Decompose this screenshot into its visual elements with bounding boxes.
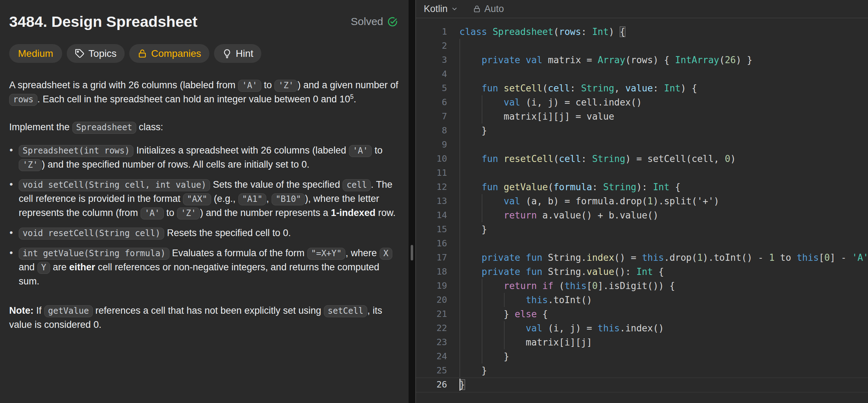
code-line-11: 11: [416, 166, 868, 180]
inline-code-chip: 'Z': [274, 80, 297, 92]
bullet-item: •void setCell(String cell, int value) Se…: [9, 178, 400, 220]
auto-mode-toggle[interactable]: Auto: [473, 4, 504, 14]
code-line-21: 21 } else {: [416, 307, 868, 321]
auto-mode-label: Auto: [484, 4, 504, 14]
line-number: 1: [416, 25, 455, 39]
code-line-1: 1class Spreadsheet(rows: Int) {: [416, 25, 868, 39]
bold-text: Note:: [9, 305, 34, 316]
code-line-17: 17 private fun String.index() = this.dro…: [416, 251, 868, 265]
line-number: 9: [416, 138, 455, 152]
bullet-marker: •: [10, 226, 13, 240]
code-line-19: 19 return if (this[0].isDigit()) {: [416, 279, 868, 293]
code-line-3: 3 private val matrix = Array(rows) { Int…: [416, 53, 868, 67]
code-text: [455, 236, 459, 251]
code-line-6: 6 val (i, j) = cell.index(): [416, 95, 868, 109]
code-text: [455, 138, 459, 152]
line-number: 23: [416, 335, 455, 349]
inline-code-chip: "=X+Y": [307, 248, 346, 260]
line-number: 2: [416, 39, 455, 53]
code-line-2: 2: [416, 39, 868, 53]
chevron-down-icon: [451, 5, 458, 12]
bulb-icon: [222, 49, 232, 59]
inline-code-chip: int getValue(String formula): [19, 248, 170, 260]
code-line-22: 22 val (i, j) = this.index(): [416, 321, 868, 335]
code-text: }: [455, 222, 487, 236]
hint-button[interactable]: Hint: [214, 44, 262, 63]
status-label: Solved: [351, 16, 383, 28]
line-number: 22: [416, 321, 455, 335]
code-text: }: [455, 124, 487, 138]
line-number: 14: [416, 208, 455, 222]
code-line-12: 12 fun getValue(formula: String): Int {: [416, 180, 868, 194]
inline-code-chip: void resetCell(String cell): [19, 228, 164, 240]
bold-text: 1-indexed: [331, 207, 375, 218]
code-line-13: 13 val (a, b) = formula.drop(1).split('+…: [416, 194, 868, 208]
page: 3484. Design Spreadsheet Solved Medium T…: [0, 0, 868, 403]
inline-code-chip: Spreadsheet(int rows): [19, 145, 133, 157]
code-text: return if (this[0].isDigit()) {: [455, 279, 675, 293]
difficulty-badge[interactable]: Medium: [9, 44, 62, 63]
inline-code-chip: "AX": [183, 193, 211, 205]
inline-code-chip: rows: [9, 94, 37, 106]
panel-resize-handle[interactable]: [411, 245, 413, 260]
code-text: val (i, j) = cell.index(): [455, 95, 642, 109]
code-text: [455, 166, 459, 180]
code-text: fun resetCell(cell: String) = setCell(ce…: [455, 152, 736, 166]
title-row: 3484. Design Spreadsheet Solved: [9, 11, 399, 30]
status-badge: Solved: [351, 16, 399, 28]
code-line-23: 23 matrix[i][j]: [416, 335, 868, 349]
line-number: 25: [416, 363, 455, 378]
lock-icon: [137, 49, 147, 59]
line-number: 17: [416, 251, 455, 265]
line-number: 13: [416, 194, 455, 208]
inline-code-chip: getValue: [44, 305, 93, 317]
code-line-10: 10 fun resetCell(cell: String) = setCell…: [416, 152, 868, 166]
topics-label: Topics: [89, 49, 117, 59]
paragraph: A spreadsheet is a grid with 26 columns …: [9, 78, 400, 107]
problem-statement: A spreadsheet is a grid with 26 columns …: [9, 78, 400, 332]
code-text: fun getValue(formula: String): Int {: [455, 180, 680, 194]
code-line-8: 8 }: [416, 124, 868, 138]
code-line-16: 16: [416, 236, 868, 251]
editor-header: Kotlin Auto: [416, 0, 868, 18]
bullet-marker: •: [10, 143, 13, 157]
line-number: 5: [416, 81, 455, 95]
code-text: }: [455, 349, 509, 363]
inline-code-chip: void setCell(String cell, int value): [19, 179, 210, 191]
check-circle-icon: [387, 16, 398, 27]
code-text: fun setCell(cell: String, value: Int) {: [455, 81, 697, 95]
line-number: 15: [416, 222, 455, 236]
bullet-item: •void resetCell(String cell) Resets the …: [9, 226, 400, 240]
inline-code-chip: "A1": [238, 193, 267, 205]
line-number: 18: [416, 265, 455, 279]
code-editor[interactable]: 1class Spreadsheet(rows: Int) {23 privat…: [416, 18, 868, 403]
language-selector[interactable]: Kotlin: [424, 4, 458, 14]
inline-code-chip: Spreadsheet: [72, 122, 136, 134]
inline-code-chip: 'A': [141, 207, 164, 219]
inline-code-chip: setCell: [324, 305, 367, 317]
inline-code-chip: cell: [343, 179, 371, 191]
code-text: this.toInt(): [455, 293, 592, 307]
companies-label: Companies: [151, 49, 201, 59]
line-number: 24: [416, 349, 455, 363]
inline-code-chip: 'A': [349, 145, 372, 157]
companies-button[interactable]: Companies: [129, 44, 209, 63]
code-text: private val matrix = Array(rows) { IntAr…: [455, 53, 753, 67]
topics-button[interactable]: Topics: [67, 44, 125, 63]
code-text: val (a, b) = formula.drop(1).split('+'): [455, 194, 719, 208]
line-number: 16: [416, 236, 455, 251]
inline-code-chip: Y: [37, 262, 50, 274]
difficulty-label: Medium: [18, 49, 53, 59]
code-line-5: 5 fun setCell(cell: String, value: Int) …: [416, 81, 868, 95]
code-line-7: 7 matrix[i][j] = value: [416, 109, 868, 124]
line-number: 3: [416, 53, 455, 67]
paragraph: Note: If getValue references a cell that…: [9, 304, 400, 332]
line-number: 6: [416, 95, 455, 109]
paragraph: Implement the Spreadsheet class:: [9, 120, 400, 134]
code-line-24: 24 }: [416, 349, 868, 363]
current-line-highlight: [416, 378, 868, 392]
code-text: return a.value() + b.value(): [455, 208, 659, 222]
code-text: matrix[i][j] = value: [455, 109, 614, 124]
code-line-25: 25 }: [416, 363, 868, 378]
line-number: 10: [416, 152, 455, 166]
